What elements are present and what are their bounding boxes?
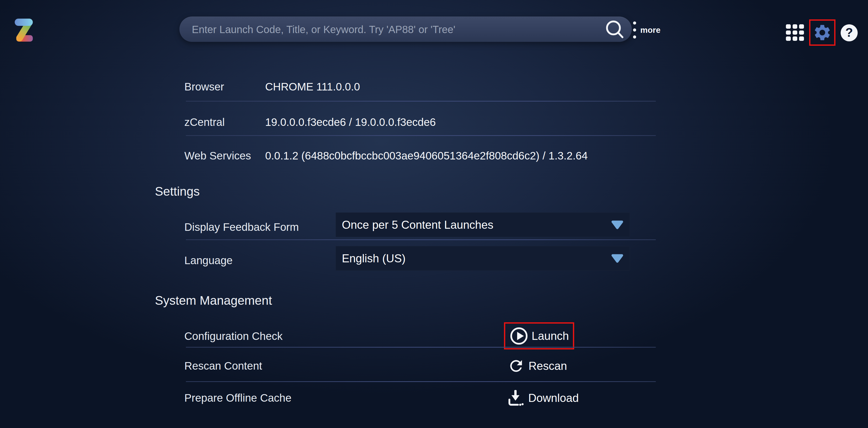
rescan-content-label: Rescan Content bbox=[184, 359, 262, 373]
web-services-row-value: 0.0.1.2 (6488c0bcfbccbc003ae9406051364e2… bbox=[265, 149, 588, 163]
search-bar[interactable] bbox=[180, 17, 632, 42]
feedback-form-value: Once per 5 Content Launches bbox=[342, 212, 493, 237]
dropdown-arrow-icon bbox=[611, 221, 623, 229]
download-icon bbox=[506, 389, 525, 407]
language-dropdown[interactable]: English (US) bbox=[336, 246, 630, 270]
rescan-button[interactable]: Rescan bbox=[507, 353, 567, 378]
help-button[interactable]: ? bbox=[841, 24, 858, 41]
play-icon bbox=[509, 326, 528, 346]
search-input[interactable] bbox=[191, 17, 600, 42]
more-button[interactable]: more bbox=[633, 19, 660, 41]
system-management-section-title: System Management bbox=[155, 293, 272, 308]
language-value: English (US) bbox=[342, 246, 406, 270]
divider bbox=[186, 239, 656, 240]
browser-row-value: CHROME 111.0.0.0 bbox=[265, 80, 360, 93]
rescan-label: Rescan bbox=[528, 360, 567, 372]
launch-label: Launch bbox=[532, 330, 569, 342]
divider bbox=[186, 135, 656, 136]
feedback-form-dropdown[interactable]: Once per 5 Content Launches bbox=[336, 212, 630, 237]
web-services-row-label: Web Services bbox=[184, 149, 251, 163]
divider bbox=[186, 101, 656, 102]
browser-row-label: Browser bbox=[184, 80, 224, 93]
question-mark-icon: ? bbox=[845, 26, 853, 39]
kebab-menu-icon bbox=[633, 22, 636, 38]
settings-gear-button-highlighted[interactable] bbox=[809, 19, 835, 46]
gear-icon bbox=[813, 23, 832, 42]
refresh-icon bbox=[507, 357, 525, 375]
zcentral-row-label: zCentral bbox=[184, 116, 225, 129]
more-label: more bbox=[640, 25, 660, 35]
feedback-form-label: Display Feedback Form bbox=[184, 221, 299, 234]
download-button[interactable]: Download bbox=[506, 386, 579, 410]
configuration-check-label: Configuration Check bbox=[184, 330, 283, 343]
divider bbox=[186, 381, 656, 382]
search-icon[interactable] bbox=[606, 20, 624, 38]
apps-grid-icon[interactable] bbox=[786, 24, 804, 41]
zcentral-row-value: 19.0.0.0.f3ecde6 / 19.0.0.0.f3ecde6 bbox=[265, 116, 436, 129]
app-logo-z-icon[interactable] bbox=[14, 18, 33, 42]
language-label: Language bbox=[184, 254, 232, 267]
dropdown-arrow-icon bbox=[611, 254, 623, 263]
launch-button-highlighted[interactable]: Launch bbox=[504, 322, 574, 349]
settings-page: more ? Browser CHROME 111.0.0.0 zCentral… bbox=[0, 0, 868, 428]
settings-section-title: Settings bbox=[155, 184, 199, 199]
divider bbox=[186, 347, 656, 348]
prepare-offline-cache-label: Prepare Offline Cache bbox=[184, 391, 291, 405]
download-label: Download bbox=[528, 392, 579, 404]
